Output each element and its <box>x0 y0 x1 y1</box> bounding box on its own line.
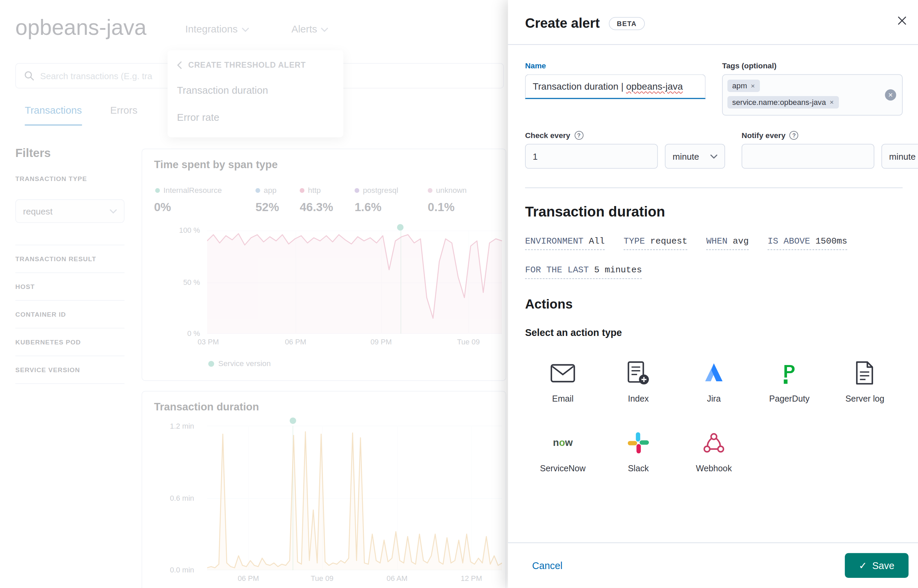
check-icon: ✓ <box>859 560 867 571</box>
index-icon <box>627 360 649 387</box>
save-button[interactable]: ✓Save <box>845 553 908 578</box>
webhook-icon <box>702 429 726 456</box>
pagerduty-icon: P <box>777 360 801 387</box>
action-type-webhook[interactable]: Webhook <box>676 429 751 473</box>
cancel-button[interactable]: Cancel <box>525 555 569 576</box>
notify-every-field: Notify every minute <box>742 131 918 169</box>
action-type-jira[interactable]: Jira <box>676 360 751 403</box>
check-every-input[interactable] <box>525 144 658 168</box>
clear-tags-icon[interactable] <box>885 89 896 100</box>
remove-tag-icon[interactable] <box>750 83 755 89</box>
check-every-field: Check every minute <box>525 131 725 169</box>
server-log-icon <box>852 360 877 387</box>
servicenow-icon: now <box>549 429 576 456</box>
action-type-servicenow[interactable]: now ServiceNow <box>525 429 601 473</box>
beta-badge: BETA <box>609 17 645 30</box>
tag-apm[interactable]: apm <box>727 79 760 92</box>
svg-text:P: P <box>783 361 795 381</box>
alert-name-input[interactable]: Transaction duration | opbeans-java <box>525 74 706 99</box>
expression-for-the-last[interactable]: FOR THE LAST5 minutes <box>525 265 642 279</box>
svg-text:now: now <box>553 437 573 448</box>
notify-every-input[interactable] <box>742 144 874 168</box>
remove-tag-icon[interactable] <box>829 100 834 105</box>
flyout-backdrop[interactable] <box>0 0 508 588</box>
flyout-body: Name Transaction duration | opbeans-java… <box>508 45 918 542</box>
help-icon[interactable] <box>790 131 798 140</box>
name-field: Name Transaction duration | opbeans-java <box>525 61 706 115</box>
notify-every-label: Notify every <box>742 131 918 140</box>
email-icon <box>550 360 575 387</box>
create-alert-flyout: Create alert BETA Name Transaction durat… <box>508 0 918 588</box>
expression-environment[interactable]: ENVIRONMENTAll <box>525 236 605 250</box>
tags-field: Tags (optional) apm service.name:opbeans… <box>722 61 902 115</box>
tags-label: Tags (optional) <box>722 61 902 70</box>
name-label: Name <box>525 61 706 70</box>
kibana-apm-screen: opbeans-java Integrations Alerts Transac… <box>0 0 918 588</box>
expression-type[interactable]: TYPErequest <box>623 236 687 250</box>
help-icon[interactable] <box>575 131 583 140</box>
flyout-footer: Cancel ✓Save <box>508 542 918 588</box>
action-type-slack[interactable]: Slack <box>601 429 676 473</box>
action-type-grid: Email Index Jira P <box>525 360 902 473</box>
flyout-header: Create alert BETA <box>508 0 918 45</box>
jira-icon <box>702 360 726 387</box>
actions-subtitle: Select an action type <box>525 327 902 338</box>
action-type-index[interactable]: Index <box>601 360 676 403</box>
action-type-pagerduty[interactable]: P PagerDuty <box>751 360 827 403</box>
check-every-unit-select[interactable]: minute <box>665 144 725 168</box>
action-type-server-log[interactable]: Server log <box>827 360 903 403</box>
expression-is-above[interactable]: IS ABOVE1500ms <box>768 236 847 250</box>
check-every-label: Check every <box>525 131 725 140</box>
actions-title: Actions <box>525 297 902 312</box>
divider <box>525 187 902 188</box>
alert-type-title: Transaction duration <box>525 204 902 220</box>
flyout-title: Create alert <box>525 15 600 31</box>
chevron-down-icon <box>710 154 717 158</box>
slack-icon <box>627 429 650 456</box>
action-type-email[interactable]: Email <box>525 360 601 403</box>
tags-combobox[interactable]: apm service.name:opbeans-java <box>722 74 902 116</box>
alert-expression-row: ENVIRONMENTAll TYPErequest WHENavg IS AB… <box>525 236 891 279</box>
tag-service-name[interactable]: service.name:opbeans-java <box>727 96 839 108</box>
close-icon[interactable] <box>894 13 910 30</box>
notify-every-unit-select[interactable]: minute <box>881 144 918 168</box>
expression-when[interactable]: WHENavg <box>706 236 749 250</box>
